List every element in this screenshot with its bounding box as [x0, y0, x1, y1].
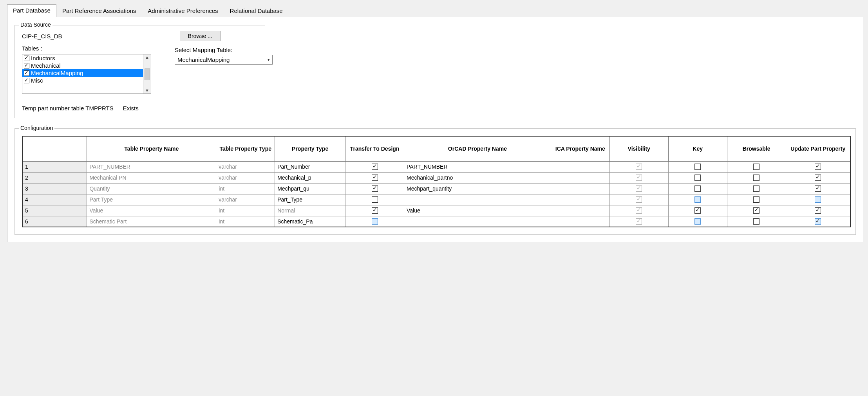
checkbox[interactable] — [636, 218, 642, 225]
checkbox[interactable] — [815, 218, 821, 225]
tables-listbox[interactable]: InductorsMechanicalMechanicalMappingMisc… — [22, 54, 151, 94]
checkbox[interactable] — [694, 207, 701, 214]
checkbox[interactable] — [753, 164, 760, 170]
checkbox[interactable] — [753, 207, 760, 214]
cell-ica-property-name[interactable] — [551, 194, 609, 205]
cell-table-property-name[interactable]: Mechanical PN — [87, 172, 216, 183]
cell-key[interactable] — [668, 194, 727, 205]
row-number-cell[interactable]: 6 — [22, 216, 87, 227]
cell-orcad-property-name[interactable]: Mechanical_partno — [404, 172, 551, 183]
row-number-cell[interactable]: 4 — [22, 194, 87, 205]
col-header-property-type[interactable]: Property Type — [275, 136, 345, 161]
cell-transfer-to-design[interactable] — [345, 216, 404, 227]
cell-ica-property-name[interactable] — [551, 172, 609, 183]
cell-transfer-to-design[interactable] — [345, 172, 404, 183]
col-header-key[interactable]: Key — [668, 136, 727, 161]
table-row[interactable]: 6Schematic PartintSchematic_Pa — [22, 216, 850, 227]
table-row[interactable]: 1PART_NUMBERvarcharPart_NumberPART_NUMBE… — [22, 161, 850, 172]
checkbox[interactable] — [815, 207, 821, 214]
cell-ica-property-name[interactable] — [551, 205, 609, 216]
list-item[interactable]: MechanicalMapping — [22, 69, 143, 77]
checkbox[interactable] — [636, 207, 642, 214]
row-number-cell[interactable]: 5 — [22, 205, 87, 216]
scroll-down-icon[interactable]: ▼ — [145, 88, 149, 93]
cell-property-type[interactable]: Normal — [275, 205, 345, 216]
list-item[interactable]: Misc — [22, 77, 143, 84]
cell-property-type[interactable]: Mechanical_p — [275, 172, 345, 183]
cell-browsable[interactable] — [727, 216, 786, 227]
checkbox[interactable] — [815, 175, 821, 181]
checkbox[interactable] — [372, 207, 378, 214]
row-number-cell[interactable]: 1 — [22, 161, 87, 172]
cell-orcad-property-name[interactable] — [404, 194, 551, 205]
cell-key[interactable] — [668, 161, 727, 172]
tab-administrative-preferences[interactable]: Administrative Preferences — [142, 5, 224, 17]
table-row[interactable]: 3QuantityintMechpart_quMechpart_quantity — [22, 183, 850, 194]
tab-part-database[interactable]: Part Database — [7, 4, 56, 17]
cell-key[interactable] — [668, 172, 727, 183]
cell-key[interactable] — [668, 205, 727, 216]
cell-visibility[interactable] — [609, 161, 668, 172]
cell-orcad-property-name[interactable]: PART_NUMBER — [404, 161, 551, 172]
cell-table-property-name[interactable]: PART_NUMBER — [87, 161, 216, 172]
tables-scrollbar[interactable]: ▲ ▼ — [143, 54, 151, 94]
cell-property-type[interactable]: Part_Number — [275, 161, 345, 172]
list-item[interactable]: Mechanical — [22, 62, 143, 69]
cell-key[interactable] — [668, 183, 727, 194]
configuration-table[interactable]: Table Property Name Table Property Type … — [22, 136, 851, 227]
cell-ica-property-name[interactable] — [551, 161, 609, 172]
cell-update-part-property[interactable] — [786, 194, 850, 205]
checkbox[interactable] — [372, 164, 378, 170]
checkbox[interactable] — [753, 185, 760, 192]
row-number-cell[interactable]: 2 — [22, 172, 87, 183]
cell-table-property-type[interactable]: int — [216, 216, 275, 227]
col-header-table-property-type[interactable]: Table Property Type — [216, 136, 275, 161]
cell-browsable[interactable] — [727, 161, 786, 172]
cell-visibility[interactable] — [609, 205, 668, 216]
cell-orcad-property-name[interactable]: Mechpart_quantity — [404, 183, 551, 194]
checkbox-icon[interactable] — [24, 78, 29, 83]
cell-transfer-to-design[interactable] — [345, 161, 404, 172]
col-header-transfer-to-design[interactable]: Transfer To Design — [345, 136, 404, 161]
col-header-update-part-property[interactable]: Update Part Property — [786, 136, 850, 161]
checkbox[interactable] — [694, 175, 701, 181]
browse-button[interactable]: Browse ... — [180, 31, 221, 41]
checkbox[interactable] — [372, 185, 378, 192]
mapping-table-select[interactable]: MechanicalMapping ▾ — [175, 55, 273, 65]
checkbox-icon[interactable] — [24, 70, 29, 76]
checkbox[interactable] — [753, 196, 760, 203]
checkbox[interactable] — [815, 164, 821, 170]
cell-table-property-name[interactable]: Part Type — [87, 194, 216, 205]
cell-transfer-to-design[interactable] — [345, 205, 404, 216]
scroll-up-icon[interactable]: ▲ — [145, 55, 149, 59]
cell-browsable[interactable] — [727, 172, 786, 183]
col-header-ica-property-name[interactable]: ICA Property Name — [551, 136, 609, 161]
cell-visibility[interactable] — [609, 172, 668, 183]
cell-update-part-property[interactable] — [786, 183, 850, 194]
cell-orcad-property-name[interactable] — [404, 216, 551, 227]
cell-update-part-property[interactable] — [786, 172, 850, 183]
checkbox[interactable] — [636, 196, 642, 203]
checkbox[interactable] — [636, 175, 642, 181]
checkbox[interactable] — [815, 185, 821, 192]
cell-visibility[interactable] — [609, 194, 668, 205]
checkbox[interactable] — [753, 175, 760, 181]
checkbox[interactable] — [372, 196, 378, 203]
checkbox[interactable] — [694, 196, 701, 203]
checkbox[interactable] — [694, 218, 701, 225]
cell-key[interactable] — [668, 216, 727, 227]
checkbox-icon[interactable] — [24, 63, 29, 68]
cell-table-property-type[interactable]: int — [216, 205, 275, 216]
cell-property-type[interactable]: Mechpart_qu — [275, 183, 345, 194]
cell-update-part-property[interactable] — [786, 216, 850, 227]
cell-property-type[interactable]: Schematic_Pa — [275, 216, 345, 227]
cell-visibility[interactable] — [609, 216, 668, 227]
col-header-visibility[interactable]: Visibility — [609, 136, 668, 161]
checkbox-icon[interactable] — [24, 56, 29, 61]
col-header-browsable[interactable]: Browsable — [727, 136, 786, 161]
cell-table-property-type[interactable]: varchar — [216, 194, 275, 205]
cell-table-property-type[interactable]: int — [216, 183, 275, 194]
checkbox[interactable] — [372, 218, 378, 225]
cell-table-property-type[interactable]: varchar — [216, 161, 275, 172]
cell-table-property-name[interactable]: Quantity — [87, 183, 216, 194]
